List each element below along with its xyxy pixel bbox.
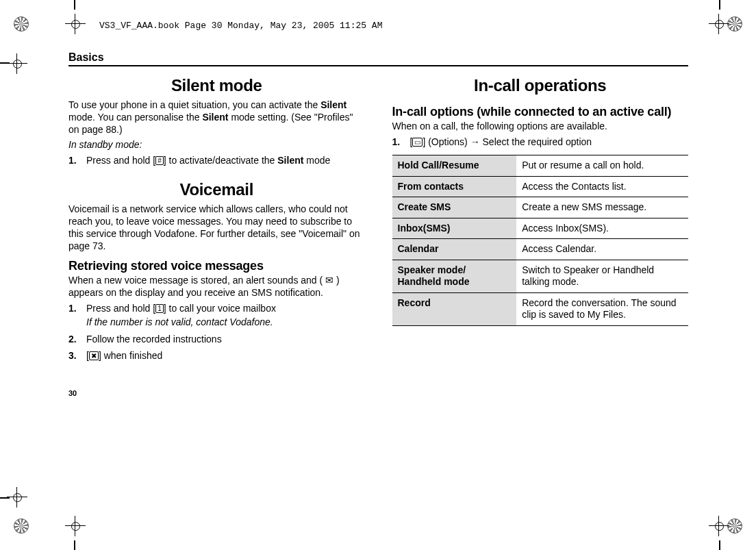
text: Press and hold [	[86, 303, 155, 314]
step-body: Press and hold [1] to call your voice ma…	[86, 302, 365, 328]
heading-silent-mode: Silent mode	[68, 76, 365, 95]
softkey-icon: ▭	[412, 138, 423, 147]
heading-retrieving: Retrieving stored voice messages	[68, 259, 365, 273]
tick-mark-icon	[719, 540, 720, 550]
tick-mark-icon	[0, 497, 10, 499]
text: mode	[303, 155, 330, 166]
hash-key-icon: #	[155, 156, 164, 165]
crop-mark-icon	[709, 14, 729, 34]
text: When a new voice message is stored, an a…	[68, 275, 325, 286]
text: ] to call your voice mailbox	[164, 303, 276, 314]
text: ] to activate/deactivate the	[164, 155, 278, 166]
voicemail-step-2: 2. Follow the recorded instructions	[68, 333, 365, 345]
file-header: VS3_VF_AAA.book Page 30 Monday, May 23, …	[99, 21, 688, 31]
option-desc: Switch to Speaker or Handheld talking mo…	[516, 260, 688, 292]
option-desc: Access Calendar.	[516, 239, 688, 260]
crop-mark-icon	[709, 516, 729, 536]
voicemail-step-1: 1. Press and hold [1] to call your voice…	[68, 302, 365, 328]
step-number: 1.	[68, 154, 86, 166]
step-body: [▭] (Options) → Select the required opti…	[410, 136, 689, 148]
bold: Silent	[277, 155, 303, 166]
text: Select the required option	[480, 136, 592, 147]
left-column: Silent mode To use your phone in a quiet…	[68, 76, 365, 397]
step-body: Press and hold [#] to activate/deactivat…	[86, 154, 365, 166]
retrieving-intro: When a new voice message is stored, an a…	[68, 275, 365, 299]
option-desc: Access the Contacts list.	[516, 176, 688, 197]
incall-step-1: 1. [▭] (Options) → Select the required o…	[392, 136, 689, 148]
table-row: RecordRecord the conversation. The sound…	[392, 292, 689, 325]
silent-step-1: 1. Press and hold [#] to activate/deacti…	[68, 154, 365, 166]
standby-note: In standby mode:	[68, 139, 365, 151]
header-rule	[68, 65, 688, 66]
option-desc: Record the conversation. The sound clip …	[516, 292, 688, 325]
table-row: Inbox(SMS)Access Inbox(SMS).	[392, 218, 689, 239]
voicemail-icon: ✉	[325, 275, 333, 286]
option-name: Record	[392, 292, 517, 325]
text: To use your phone in a quiet situation, …	[68, 99, 320, 110]
arrow-right-icon: →	[470, 136, 480, 147]
end-key-icon: ✖	[89, 351, 99, 360]
text: Press and hold [	[86, 155, 155, 166]
text: mode. You can personalise the	[68, 112, 202, 123]
option-desc: Create a new SMS message.	[516, 197, 688, 218]
voicemail-step-3: 3. [✖] when finished	[68, 349, 365, 362]
one-key-icon: 1	[155, 304, 164, 313]
option-name: Hold Call/Resume	[392, 155, 517, 177]
table-row: CalendarAccess Calendar.	[392, 239, 689, 260]
registration-mark-icon	[14, 518, 29, 534]
tick-mark-icon	[74, 540, 75, 550]
running-head: Basics	[68, 51, 688, 64]
registration-mark-icon	[727, 16, 742, 32]
registration-mark-icon	[14, 16, 29, 32]
option-name: Calendar	[392, 239, 517, 260]
incall-options-intro: When on a call, the following options ar…	[392, 121, 689, 133]
step-body: [✖] when finished	[86, 349, 365, 362]
table-row: Create SMSCreate a new SMS message.	[392, 197, 689, 218]
options-table: Hold Call/ResumePut or resume a call on …	[392, 155, 689, 326]
silent-intro: To use your phone in a quiet situation, …	[68, 99, 365, 136]
text: ] when finished	[99, 350, 162, 361]
right-column: In-call operations In-call options (whil…	[392, 76, 689, 397]
document-body: VS3_VF_AAA.book Page 30 Monday, May 23, …	[68, 21, 688, 397]
heading-incall: In-call operations	[392, 76, 689, 95]
option-name: Speaker mode/ Handheld mode	[392, 260, 517, 292]
crop-mark-icon	[65, 516, 86, 536]
bold: Silent	[320, 99, 346, 110]
option-name: From contacts	[392, 176, 517, 197]
table-row: Speaker mode/ Handheld modeSwitch to Spe…	[392, 260, 689, 292]
table-row: From contactsAccess the Contacts list.	[392, 176, 689, 197]
heading-incall-options: In-call options (while connected to an a…	[392, 105, 689, 119]
step-number: 1.	[68, 302, 86, 328]
page-number: 30	[68, 389, 365, 397]
tick-mark-icon	[0, 62, 10, 64]
table-row: Hold Call/ResumePut or resume a call on …	[392, 155, 689, 177]
step-body: Follow the recorded instructions	[86, 333, 365, 345]
option-name: Inbox(SMS)	[392, 218, 517, 239]
option-name: Create SMS	[392, 197, 517, 218]
registration-mark-icon	[727, 518, 742, 534]
text: ] (Options)	[423, 136, 470, 147]
step-number: 1.	[392, 136, 410, 148]
step-note: If the number is not valid, contact Voda…	[86, 316, 365, 328]
option-desc: Access Inbox(SMS).	[516, 218, 688, 239]
option-desc: Put or resume a call on hold.	[516, 155, 688, 177]
crop-mark-icon	[7, 487, 27, 508]
voicemail-intro: Voicemail is a network service which all…	[68, 203, 365, 253]
crop-mark-icon	[7, 53, 27, 74]
heading-voicemail: Voicemail	[68, 180, 365, 199]
bold: Silent	[202, 112, 228, 123]
tick-mark-icon	[74, 0, 75, 10]
tick-mark-icon	[719, 0, 720, 10]
step-number: 2.	[68, 333, 86, 345]
step-number: 3.	[68, 349, 86, 362]
page: VS3_VF_AAA.book Page 30 Monday, May 23, …	[0, 0, 756, 550]
